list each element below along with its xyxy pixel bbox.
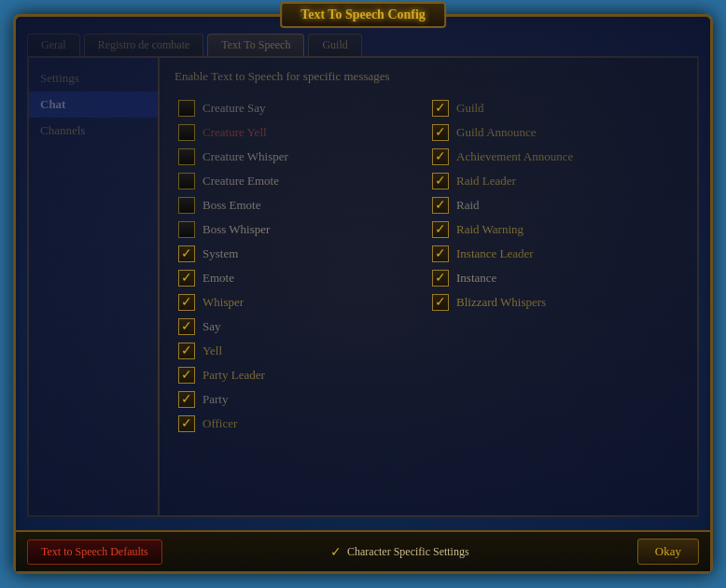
label-party-leader: Party Leader — [202, 368, 265, 383]
label-guild: Guild — [456, 101, 484, 116]
sidebar-item-chat[interactable]: Chat — [29, 91, 158, 118]
main-window: Text To Speech Config Geral Registro de … — [13, 14, 713, 574]
cb-blizzard-whispers[interactable]: ✓ — [432, 294, 449, 311]
tab-combat[interactable]: Registro de combate — [84, 34, 204, 56]
sidebar: Settings Chat Channels — [29, 58, 160, 515]
cb-yell[interactable]: ✓ — [178, 343, 195, 359]
right-column: ✓ Guild ✓ Guild Announce ✓ Achievement A… — [428, 97, 682, 435]
cb-raid-warning[interactable]: ✓ — [432, 221, 449, 238]
left-column: Creature Say Creature Yell Creature Whis… — [175, 97, 428, 435]
label-creature-yell: Creature Yell — [202, 125, 267, 140]
label-say: Say — [202, 319, 221, 334]
row-party: ✓ Party — [175, 388, 428, 411]
label-raid: Raid — [456, 198, 480, 213]
cb-boss-emote[interactable] — [178, 197, 195, 214]
cb-instance-leader[interactable]: ✓ — [432, 245, 449, 262]
row-guild-announce: ✓ Guild Announce — [428, 121, 682, 144]
row-creature-emote: Creature Emote — [175, 170, 428, 192]
row-creature-whisper: Creature Whisper — [175, 146, 428, 168]
label-instance: Instance — [456, 271, 496, 286]
row-instance-leader: ✓ Instance Leader — [428, 243, 682, 265]
label-party: Party — [202, 392, 228, 407]
checkboxes-grid: Creature Say Creature Yell Creature Whis… — [175, 97, 682, 435]
label-whisper: Whisper — [202, 295, 244, 310]
okay-button[interactable]: Okay — [637, 539, 699, 565]
cb-party-leader[interactable]: ✓ — [178, 367, 195, 384]
main-panel: Settings Chat Channels Enable Text to Sp… — [27, 56, 699, 517]
label-officer: Officer — [202, 416, 237, 431]
row-raid-leader: ✓ Raid Leader — [428, 170, 682, 192]
row-creature-say: Creature Say — [175, 97, 428, 119]
window-title: Text To Speech Config — [280, 2, 446, 28]
label-emote: Emote — [202, 271, 234, 286]
row-raid: ✓ Raid — [428, 194, 682, 217]
label-blizzard-whispers: Blizzard Whispers — [456, 295, 546, 310]
label-boss-whisper: Boss Whisper — [202, 222, 270, 237]
cb-officer[interactable]: ✓ — [178, 415, 195, 432]
char-specific-row: ✓ Character Specific Settings — [330, 544, 469, 560]
cb-raid[interactable]: ✓ — [432, 197, 449, 214]
cb-creature-emote[interactable] — [178, 173, 195, 189]
label-system: System — [202, 246, 238, 261]
content-header: Enable Text to Speech for specific messa… — [175, 69, 682, 84]
cb-raid-leader[interactable]: ✓ — [432, 173, 449, 189]
row-party-leader: ✓ Party Leader — [175, 364, 428, 386]
cb-party[interactable]: ✓ — [178, 391, 195, 408]
row-instance: ✓ Instance — [428, 267, 682, 289]
footer-bar: Text to Speech Defaults ✓ Character Spec… — [16, 530, 710, 571]
content-panel: Enable Text to Speech for specific messa… — [160, 58, 697, 515]
defaults-button[interactable]: Text to Speech Defaults — [27, 539, 162, 565]
cb-boss-whisper[interactable] — [178, 221, 195, 238]
row-raid-warning: ✓ Raid Warning — [428, 218, 682, 241]
label-guild-announce: Guild Announce — [456, 125, 537, 140]
cb-guild-announce[interactable]: ✓ — [432, 124, 449, 141]
label-yell: Yell — [202, 343, 222, 358]
cb-instance[interactable]: ✓ — [432, 270, 449, 287]
cb-system[interactable]: ✓ — [178, 245, 195, 262]
row-yell: ✓ Yell — [175, 340, 428, 362]
row-emote: ✓ Emote — [175, 267, 428, 289]
label-raid-warning: Raid Warning — [456, 222, 524, 237]
cb-say[interactable]: ✓ — [178, 318, 195, 335]
sidebar-item-channels[interactable]: Channels — [29, 118, 158, 144]
label-raid-leader: Raid Leader — [456, 174, 516, 189]
tab-tts[interactable]: Text To Speech — [207, 34, 304, 56]
row-officer: ✓ Officer — [175, 413, 428, 435]
row-system: ✓ System — [175, 243, 428, 265]
tab-geral[interactable]: Geral — [27, 34, 80, 56]
cb-creature-yell[interactable] — [178, 124, 195, 141]
char-specific-checkmark: ✓ — [330, 544, 342, 560]
label-creature-say: Creature Say — [202, 101, 266, 116]
sidebar-item-settings[interactable]: Settings — [29, 65, 158, 91]
row-boss-emote: Boss Emote — [175, 194, 428, 217]
cb-creature-say[interactable] — [178, 100, 195, 117]
row-blizzard-whispers: ✓ Blizzard Whispers — [428, 291, 682, 314]
row-whisper: ✓ Whisper — [175, 291, 428, 314]
label-boss-emote: Boss Emote — [202, 198, 260, 213]
cb-whisper[interactable]: ✓ — [178, 294, 195, 311]
cb-achievement-announce[interactable]: ✓ — [432, 148, 449, 165]
tab-guild[interactable]: Guild — [308, 34, 361, 56]
row-say: ✓ Say — [175, 315, 428, 338]
label-creature-whisper: Creature Whisper — [202, 149, 288, 164]
cb-guild[interactable]: ✓ — [432, 100, 449, 117]
row-guild: ✓ Guild — [428, 97, 682, 119]
cb-emote[interactable]: ✓ — [178, 270, 195, 287]
label-creature-emote: Creature Emote — [202, 174, 279, 189]
row-boss-whisper: Boss Whisper — [175, 218, 428, 241]
char-specific-label: Character Specific Settings — [347, 545, 469, 559]
cb-creature-whisper[interactable] — [178, 148, 195, 165]
row-achievement-announce: ✓ Achievement Announce — [428, 146, 682, 168]
label-instance-leader: Instance Leader — [456, 246, 534, 261]
row-creature-yell: Creature Yell — [175, 121, 428, 144]
label-achievement-announce: Achievement Announce — [456, 149, 573, 164]
